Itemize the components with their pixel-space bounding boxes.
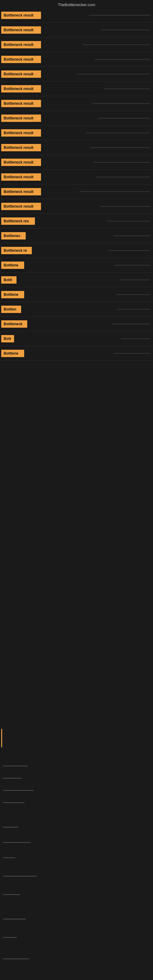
chart-bar (90, 147, 150, 148)
list-item: Bottleneck result (0, 140, 153, 155)
bottleneck-badge: Bottleneck result (1, 203, 41, 210)
chart-bar (116, 294, 150, 295)
page-wrapper: TheBottlenecker.com Bottleneck resultBot… (0, 0, 153, 980)
bottleneck-badge: Bottl (1, 276, 16, 283)
bottleneck-badge: Bottlene (1, 261, 24, 269)
chart-bar (112, 324, 150, 324)
list-item: Bottlene (0, 287, 153, 302)
list-item: Bottleneck result (0, 52, 153, 67)
list-item: Bottleneck result (0, 8, 153, 23)
chart-line-4 (3, 802, 24, 803)
list-item: Bottleneck result (0, 96, 153, 111)
bottom-chart-area (0, 705, 153, 980)
bottleneck-badge: Bottleneck result (1, 85, 41, 92)
list-item: Bottleneck re (0, 243, 153, 258)
list-item: Bottleneck result (0, 37, 153, 52)
list-item: Bottleneck result (0, 81, 153, 96)
list-item: Bottleneck result (0, 155, 153, 170)
list-item: Bottleneck result (0, 185, 153, 199)
list-item: Bottleneck result (0, 23, 153, 37)
bottleneck-badge: Bottlene (1, 291, 24, 298)
site-header: TheBottlenecker.com (0, 0, 153, 8)
chart-line-7 (3, 858, 15, 858)
bottleneck-badge: Bottleneck re (1, 247, 32, 254)
bottleneck-badge: Bottleneck result (1, 12, 41, 19)
chart-bar (96, 177, 150, 177)
list-item: Bottlene (0, 346, 153, 361)
bottleneck-badge: Bottlene (1, 350, 24, 357)
bottleneck-badge: Bottleneck result (1, 70, 41, 78)
site-title: TheBottlenecker.com (58, 2, 95, 7)
list-item: Bottleneck result (0, 126, 153, 140)
bottleneck-badge: Bottlen (1, 305, 21, 313)
chart-line-3 (3, 790, 33, 791)
chart-bar (92, 103, 150, 104)
bottleneck-badge: Bottleneck result (1, 115, 41, 122)
bottleneck-badge: Bottleneck result (1, 188, 41, 196)
bottleneck-badge: Bottleneck result (1, 56, 41, 63)
bottleneck-badge: Bottleneck result (1, 129, 41, 137)
chart-bar (80, 191, 150, 192)
chart-bar (107, 221, 150, 221)
vertical-bar-left (1, 729, 2, 747)
chart-line-1 (3, 766, 27, 766)
bottleneck-badge: Bottleneck result (1, 41, 41, 48)
chart-line-12 (3, 959, 29, 959)
bottleneck-badge: Bottlenec (1, 232, 26, 240)
chart-bar (115, 265, 150, 266)
chart-bar (98, 118, 150, 119)
list-item: Bottleneck result (0, 67, 153, 81)
chart-bar (120, 280, 150, 280)
bottleneck-badge: Bottleneck result (1, 159, 41, 166)
list-item: Bottlenec (0, 229, 153, 243)
chart-bar (95, 59, 150, 60)
list-item: Bottlen (0, 302, 153, 317)
list-item: Bottlene (0, 258, 153, 272)
chart-bar (89, 15, 150, 16)
list-item: Bottleneck res (0, 214, 153, 229)
bottleneck-badge: Bottleneck result (1, 173, 41, 181)
chart-line-11 (3, 937, 17, 938)
chart-bar (117, 309, 150, 310)
chart-line-8 (3, 876, 37, 877)
chart-bar (104, 89, 150, 89)
chart-bar (86, 133, 150, 133)
bottleneck-badge: Bottleneck result (1, 144, 41, 151)
bottleneck-badge: Bottleneck result (1, 26, 41, 34)
chart-line-5 (3, 827, 18, 827)
list-item: Bottl (0, 272, 153, 287)
chart-bar (108, 250, 150, 251)
chart-bar (93, 162, 150, 162)
items-list: Bottleneck resultBottleneck resultBottle… (0, 8, 153, 361)
list-item: Bottleneck result (0, 170, 153, 185)
chart-bar (83, 45, 150, 45)
bottleneck-badge: Bottleneck result (1, 100, 41, 107)
chart-line-2 (3, 778, 21, 778)
chart-bar (121, 339, 150, 339)
chart-bar (114, 353, 150, 354)
list-item: Bott (0, 331, 153, 346)
list-item: Bottleneck result (0, 111, 153, 126)
chart-bar (101, 30, 150, 30)
chart-line-9 (3, 894, 20, 895)
list-item: Bottleneck (0, 317, 153, 331)
chart-line-6 (3, 842, 30, 843)
bottleneck-badge: Bottleneck res (1, 218, 35, 225)
chart-bar (113, 235, 150, 236)
bottleneck-badge: Bottleneck (1, 320, 27, 328)
chart-bar (99, 206, 150, 207)
chart-bar (76, 74, 150, 75)
list-item: Bottleneck result (0, 199, 153, 214)
chart-line-10 (3, 919, 26, 920)
bottleneck-badge: Bott (1, 335, 14, 342)
